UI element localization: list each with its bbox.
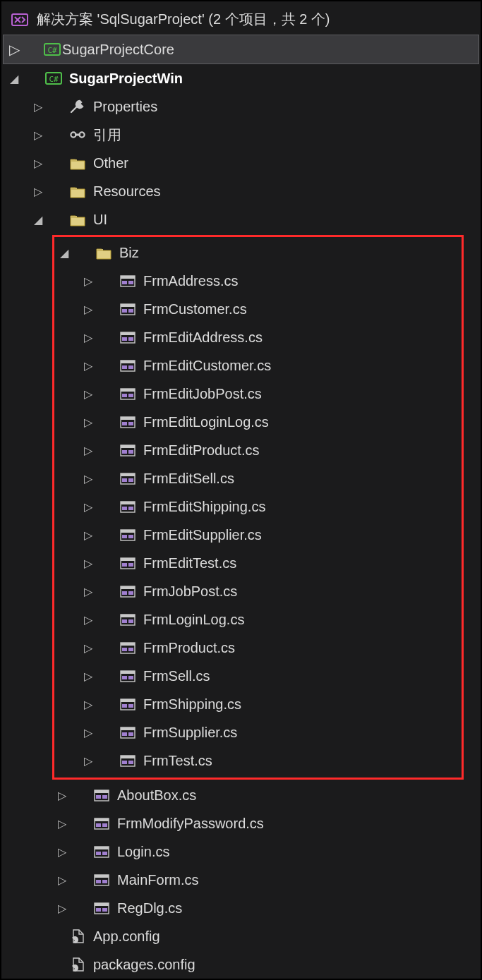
caret-right-icon[interactable]: ▷	[81, 444, 95, 457]
form-icon	[93, 844, 112, 859]
form-row[interactable]: ▷FrmProduct.cs	[54, 634, 462, 662]
form-icon	[119, 273, 138, 289]
form-icon	[93, 872, 112, 888]
file-label: Login.cs	[117, 844, 170, 860]
file-label: FrmEditSell.cs	[143, 471, 234, 487]
caret-right-icon[interactable]: ▷	[31, 157, 45, 170]
file-label: FrmSell.cs	[143, 668, 210, 684]
form-row[interactable]: ▷FrmEditSell.cs	[54, 464, 462, 492]
caret-right-icon[interactable]: ▷	[81, 726, 95, 739]
file-label: FrmEditProduct.cs	[143, 442, 259, 459]
folder-icon	[69, 212, 88, 227]
caret-right-icon[interactable]: ▷	[81, 585, 95, 598]
folder-row-biz[interactable]: ◢ Biz	[54, 238, 462, 267]
form-icon	[119, 386, 138, 401]
caret-right-icon[interactable]: ▷	[81, 557, 95, 570]
tree-row[interactable]: ▷引用	[1, 121, 481, 149]
form-row[interactable]: ▷FrmShipping.cs	[54, 690, 462, 718]
form-row[interactable]: ▷FrmEditTest.cs	[54, 549, 462, 577]
form-icon	[93, 787, 112, 803]
solution-title: 解决方案 'SqlSugarProject' (2 个项目，共 2 个)	[37, 10, 330, 29]
file-label: AboutBox.cs	[117, 787, 196, 804]
form-icon	[119, 329, 138, 345]
tree-row[interactable]: ▷Resources	[1, 177, 481, 205]
caret-right-icon[interactable]: ▷	[81, 754, 95, 768]
file-label: FrmEditCustomer.cs	[143, 358, 271, 374]
form-row[interactable]: ▷FrmTest.cs	[54, 746, 462, 775]
form-icon	[119, 725, 138, 740]
config-row[interactable]: packages.config	[1, 950, 481, 979]
caret-right-icon[interactable]: ▷	[55, 873, 69, 887]
caret-right-icon[interactable]: ▷	[81, 613, 95, 627]
form-icon	[119, 414, 138, 430]
form-row[interactable]: ▷MainForm.cs	[1, 866, 481, 894]
tree-row[interactable]: ◢UI	[1, 205, 481, 234]
folder-icon	[69, 155, 88, 171]
caret-down-icon[interactable]: ◢	[7, 72, 21, 85]
form-icon	[119, 668, 138, 684]
caret-right-icon[interactable]: ▷	[81, 528, 95, 542]
solution-row[interactable]: 解决方案 'SqlSugarProject' (2 个项目，共 2 个)	[1, 7, 481, 35]
caret-right-icon[interactable]: ▷	[31, 185, 45, 198]
caret-right-icon[interactable]: ▷	[81, 274, 95, 288]
form-row[interactable]: ▷FrmJobPost.cs	[54, 577, 462, 605]
form-row[interactable]: ▷FrmEditCustomer.cs	[54, 351, 462, 380]
form-icon	[119, 527, 138, 543]
form-row[interactable]: ▷FrmCustomer.cs	[54, 295, 462, 323]
caret-right-icon[interactable]: ▷	[9, 41, 20, 58]
form-row[interactable]: ▷FrmSell.cs	[54, 662, 462, 690]
form-icon	[93, 816, 112, 831]
caret-down-icon[interactable]: ◢	[57, 246, 71, 260]
caret-right-icon[interactable]: ▷	[81, 670, 95, 683]
file-label: FrmEditSupplier.cs	[143, 527, 262, 543]
form-row[interactable]: ▷AboutBox.cs	[1, 781, 481, 809]
file-label: FrmAddress.cs	[143, 273, 238, 289]
form-icon	[119, 358, 138, 373]
form-icon	[119, 471, 138, 486]
form-row[interactable]: ▷FrmEditLoginLog.cs	[54, 408, 462, 436]
file-label: packages.config	[93, 957, 195, 973]
reference-icon	[69, 127, 88, 143]
project-label: SugarProjectWin	[69, 71, 183, 87]
caret-right-icon[interactable]: ▷	[81, 698, 95, 711]
caret-right-icon[interactable]: ▷	[81, 416, 95, 429]
form-row[interactable]: ▷FrmEditShipping.cs	[54, 492, 462, 521]
form-row[interactable]: ▷FrmLoginLog.cs	[54, 605, 462, 634]
form-row[interactable]: ▷Login.cs	[1, 837, 481, 866]
file-label: FrmModifyPassword.cs	[117, 816, 264, 832]
caret-right-icon[interactable]: ▷	[81, 303, 95, 316]
caret-right-icon[interactable]: ▷	[81, 641, 95, 655]
caret-right-icon[interactable]: ▷	[81, 331, 95, 344]
project-row-sugarprojectwin[interactable]: ◢ SugarProjectWin	[1, 64, 481, 92]
caret-right-icon[interactable]: ▷	[31, 100, 45, 114]
project-row-sugarprojectcore[interactable]: ▷ SugarProjectCore	[3, 35, 479, 64]
caret-right-icon[interactable]: ▷	[81, 500, 95, 514]
file-label: FrmLoginLog.cs	[143, 612, 244, 628]
form-icon	[119, 583, 138, 599]
solution-explorer: 解决方案 'SqlSugarProject' (2 个项目，共 2 个) ▷ S…	[1, 1, 481, 980]
caret-right-icon[interactable]: ▷	[55, 902, 69, 915]
file-label: FrmProduct.cs	[143, 640, 235, 656]
form-row[interactable]: ▷FrmEditAddress.cs	[54, 323, 462, 351]
caret-right-icon[interactable]: ▷	[81, 359, 95, 373]
caret-right-icon[interactable]: ▷	[55, 789, 69, 802]
form-row[interactable]: ▷FrmModifyPassword.cs	[1, 809, 481, 837]
config-icon	[69, 957, 88, 972]
caret-down-icon[interactable]: ◢	[31, 213, 45, 226]
tree-row[interactable]: ▷Properties	[1, 92, 481, 121]
form-row[interactable]: ▷FrmEditProduct.cs	[54, 436, 462, 464]
caret-right-icon[interactable]: ▷	[55, 817, 69, 830]
caret-right-icon[interactable]: ▷	[31, 128, 45, 142]
caret-right-icon[interactable]: ▷	[55, 845, 69, 859]
file-label: FrmShipping.cs	[143, 696, 241, 713]
caret-right-icon[interactable]: ▷	[81, 472, 95, 485]
form-row[interactable]: ▷FrmSupplier.cs	[54, 718, 462, 746]
form-row[interactable]: ▷FrmAddress.cs	[54, 267, 462, 295]
config-row[interactable]: App.config	[1, 922, 481, 950]
form-row[interactable]: ▷FrmEditJobPost.cs	[54, 380, 462, 408]
form-row[interactable]: ▷RegDlg.cs	[1, 894, 481, 922]
tree-row[interactable]: ▷Other	[1, 149, 481, 177]
form-icon	[119, 640, 138, 655]
form-row[interactable]: ▷FrmEditSupplier.cs	[54, 521, 462, 549]
caret-right-icon[interactable]: ▷	[81, 387, 95, 401]
